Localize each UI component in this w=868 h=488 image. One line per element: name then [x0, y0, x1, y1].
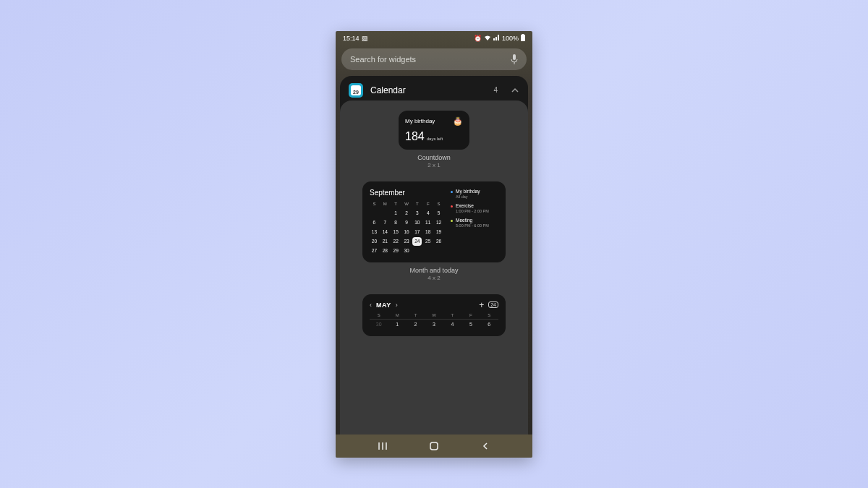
svg-rect-1: [522, 34, 524, 35]
widget-countdown[interactable]: My birthday 🎂 184 days left: [399, 111, 469, 150]
svg-rect-7: [430, 442, 438, 450]
home-button[interactable]: [427, 440, 441, 453]
svg-rect-2: [513, 54, 516, 60]
battery-icon: [521, 34, 525, 43]
month2-label: MAY: [376, 301, 391, 309]
next-month-icon[interactable]: ›: [396, 301, 398, 309]
event-list: My birthdayAll dayExercise1:00 PM - 2:00…: [449, 189, 498, 255]
countdown-caption: Countdown 2 x 1: [417, 154, 451, 168]
widget-section-card: 29 Calendar 4 My birthday 🎂 184 days lef…: [340, 76, 528, 435]
month-grid: SMTWTFS123456789101112131415161718192021…: [370, 200, 443, 255]
phone-frame: 15:14 ▧ ⏰ 100% Search for widgets: [336, 31, 532, 458]
widget-month-large[interactable]: ‹ MAY › + 24 SMTWTFS30123456: [362, 294, 506, 336]
countdown-number: 184: [405, 130, 425, 143]
search-input[interactable]: Search for widgets: [341, 48, 527, 70]
mic-icon[interactable]: [511, 54, 518, 64]
chevron-up-icon[interactable]: [511, 86, 519, 95]
countdown-title: My birthday: [405, 118, 435, 124]
search-placeholder: Search for widgets: [350, 55, 511, 64]
section-title: Calendar: [370, 85, 486, 95]
countdown-unit: days left: [427, 137, 443, 141]
month-label: September: [370, 189, 443, 197]
svg-rect-0: [521, 35, 525, 41]
alarm-icon: ⏰: [474, 35, 482, 42]
recent-apps-button[interactable]: [376, 440, 389, 453]
picture-icon: ▧: [362, 35, 368, 42]
back-button[interactable]: [479, 440, 492, 453]
nav-bar: [336, 435, 532, 458]
month-caption: Month and today 4 x 2: [409, 267, 458, 281]
widget-scroll-area[interactable]: My birthday 🎂 184 days left Countdown 2 …: [340, 100, 528, 435]
calendar-app-icon: 29: [349, 83, 363, 98]
section-header[interactable]: 29 Calendar 4: [340, 76, 528, 100]
cake-icon: 🎂: [453, 116, 463, 126]
status-time: 15:14: [343, 35, 359, 42]
month2-grid: SMTWTFS30123456: [370, 313, 498, 327]
today-icon[interactable]: 24: [488, 301, 498, 308]
status-bar: 15:14 ▧ ⏰ 100%: [336, 31, 532, 46]
prev-month-icon[interactable]: ‹: [370, 301, 372, 309]
signal-icon: [493, 35, 500, 42]
widget-month-today[interactable]: September SMTWTFS12345678910111213141516…: [362, 181, 506, 262]
wifi-icon: [484, 35, 491, 42]
section-count: 4: [493, 86, 498, 94]
battery-pct: 100%: [502, 35, 519, 42]
add-event-icon[interactable]: +: [479, 300, 484, 310]
